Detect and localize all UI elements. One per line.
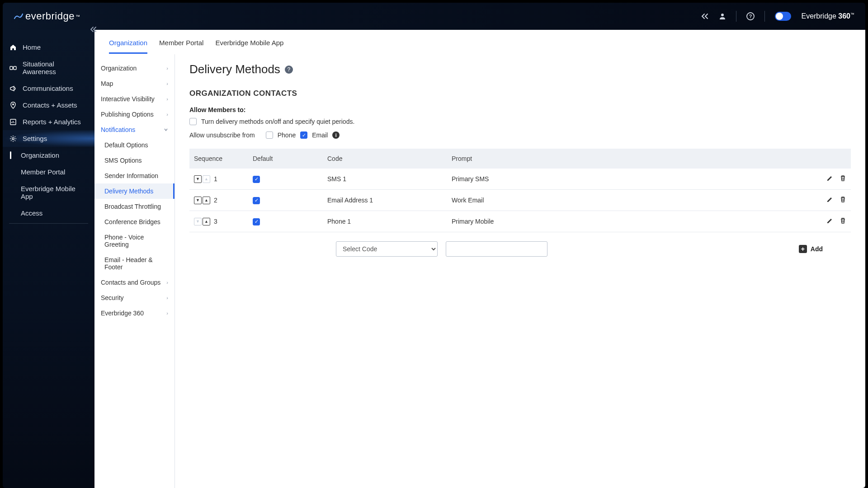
code-cell: Phone 1	[323, 211, 447, 232]
settings-sub-conference[interactable]: Conference Bridges	[94, 214, 175, 230]
move-up-icon[interactable]: ▲	[203, 197, 210, 204]
svg-rect-3	[10, 66, 13, 70]
settings-sub-delivery-methods[interactable]: Delivery Methods	[94, 183, 175, 199]
phone-label: Phone	[278, 131, 296, 139]
settings-item-eb360[interactable]: Everbridge 360›	[94, 305, 175, 321]
content: Organization Member Portal Everbridge Mo…	[94, 30, 865, 488]
settings-item-security[interactable]: Security›	[94, 290, 175, 305]
logo-icon	[14, 12, 24, 20]
sidebar-item-reports[interactable]: Reports + Analytics	[3, 113, 94, 130]
chevron-right-icon: ›	[166, 81, 168, 86]
collapse-header-icon[interactable]	[701, 13, 709, 19]
info-icon[interactable]: i	[332, 131, 340, 139]
svg-rect-4	[14, 66, 16, 70]
settings-sub-sender-info[interactable]: Sender Information	[94, 168, 175, 183]
chart-icon	[9, 118, 17, 126]
move-down-icon[interactable]: ▼	[194, 175, 202, 183]
settings-item-notifications[interactable]: Notifications	[94, 122, 175, 137]
page: Delivery Methods ? ORGANIZATION CONTACTS…	[175, 54, 865, 488]
code-cell: SMS 1	[323, 169, 447, 190]
sidebar-sub-member-portal[interactable]: Member Portal	[3, 164, 94, 180]
add-button[interactable]: + Add	[799, 245, 823, 253]
settings-sub-default-options[interactable]: Default Options	[94, 137, 175, 153]
page-title: Delivery Methods ?	[189, 62, 851, 76]
turn-delivery-row: Turn delivery methods on/off and specify…	[189, 118, 851, 125]
sidebar-item-home[interactable]: Home	[3, 39, 94, 56]
settings-item-publishing[interactable]: Publishing Options›	[94, 107, 175, 122]
sidebar-item-situational[interactable]: Situational Awareness	[3, 56, 94, 80]
default-checkbox[interactable]: ✓	[253, 197, 260, 204]
edit-icon[interactable]	[826, 196, 833, 203]
sidebar-collapse-icon[interactable]	[88, 24, 98, 34]
unsubscribe-row: Allow unsubscribe from Phone ✓ Email i	[189, 131, 851, 139]
prompt-cell: Primary Mobile	[447, 211, 810, 232]
sidebar-item-communications[interactable]: Communications	[3, 80, 94, 97]
delete-icon[interactable]	[840, 175, 846, 182]
code-select[interactable]: Select Code	[336, 241, 438, 257]
chevron-down-icon	[164, 127, 168, 132]
sidebar-item-label: Contacts + Assets	[23, 101, 77, 109]
prompt-cell: Primary SMS	[447, 169, 810, 190]
settings-item-map[interactable]: Map›	[94, 76, 175, 91]
settings-sub-voice-greeting[interactable]: Phone - Voice Greeting	[94, 230, 175, 252]
megaphone-icon	[9, 85, 17, 92]
settings-sub-throttling[interactable]: Broadcast Throttling	[94, 199, 175, 214]
move-up-icon: ▲	[203, 175, 210, 183]
prompt-input[interactable]	[446, 241, 547, 257]
email-checkbox[interactable]: ✓	[300, 131, 307, 139]
move-up-icon[interactable]: ▲	[203, 218, 210, 225]
help-icon[interactable]: ?	[285, 66, 293, 74]
sidebar-item-label: Reports + Analytics	[23, 118, 81, 126]
settings-sub-email-header[interactable]: Email - Header & Footer	[94, 252, 175, 275]
phone-checkbox[interactable]	[266, 131, 273, 139]
user-icon[interactable]	[719, 13, 726, 20]
col-code: Code	[323, 149, 447, 169]
help-icon[interactable]: ?	[746, 12, 755, 20]
sidebar-item-label: Organization	[21, 151, 59, 159]
sidebar-item-label: Access	[21, 209, 42, 217]
gear-icon	[9, 135, 17, 142]
code-cell: Email Address 1	[323, 190, 447, 211]
settings-sub-sms-options[interactable]: SMS Options	[94, 153, 175, 168]
chevron-right-icon: ›	[166, 66, 168, 71]
logo-tm: ™	[75, 14, 80, 19]
default-checkbox[interactable]: ✓	[253, 176, 260, 183]
pin-icon	[9, 102, 17, 109]
sidebar-sub-access[interactable]: Access	[3, 205, 94, 221]
home-icon	[9, 44, 17, 51]
tab-mobile-app[interactable]: Everbridge Mobile App	[215, 36, 283, 54]
brand-toggle[interactable]	[775, 12, 791, 21]
delete-icon[interactable]	[840, 196, 846, 203]
col-sequence: Sequence	[189, 149, 248, 169]
tab-organization[interactable]: Organization	[109, 36, 147, 54]
default-checkbox[interactable]: ✓	[253, 218, 260, 225]
plus-icon: +	[799, 245, 807, 253]
chevron-right-icon: ›	[166, 310, 168, 316]
svg-point-7	[12, 137, 14, 140]
svg-point-0	[721, 14, 724, 16]
prompt-cell: Work Email	[447, 190, 810, 211]
settings-item-organization[interactable]: Organization›	[94, 61, 175, 76]
chevron-right-icon: ›	[166, 112, 168, 117]
delivery-methods-table: Sequence Default Code Prompt ▼ ▲ 1	[189, 149, 851, 232]
settings-menu: Organization› Map› Interactive Visibilit…	[94, 54, 175, 488]
sidebar-sub-organization[interactable]: Organization	[3, 147, 94, 164]
svg-text:?: ?	[749, 14, 752, 19]
sidebar-item-contacts[interactable]: Contacts + Assets	[3, 97, 94, 113]
sidebar-item-settings[interactable]: Settings	[3, 130, 94, 147]
move-down-icon[interactable]: ▼	[194, 197, 202, 204]
brand-360-label: Everbridge 360™	[801, 12, 854, 20]
sidebar-sub-mobile-app[interactable]: Everbridge Mobile App	[3, 180, 94, 205]
edit-icon[interactable]	[826, 175, 833, 182]
settings-item-visibility[interactable]: Interactive Visibility›	[94, 91, 175, 107]
turn-delivery-checkbox[interactable]	[189, 118, 197, 125]
sidebar-item-label: Everbridge Mobile App	[21, 185, 88, 200]
edit-icon[interactable]	[826, 217, 833, 224]
sidebar-item-label: Communications	[23, 84, 73, 92]
tab-member-portal[interactable]: Member Portal	[159, 36, 203, 54]
settings-item-contacts-groups[interactable]: Contacts and Groups›	[94, 275, 175, 290]
allow-label: Allow Members to:	[189, 106, 851, 113]
table-row: ▼ ▲ 1 ✓ SMS 1 Primary SMS	[189, 169, 851, 190]
logo[interactable]: everbridge ™	[14, 10, 80, 22]
delete-icon[interactable]	[840, 217, 846, 224]
